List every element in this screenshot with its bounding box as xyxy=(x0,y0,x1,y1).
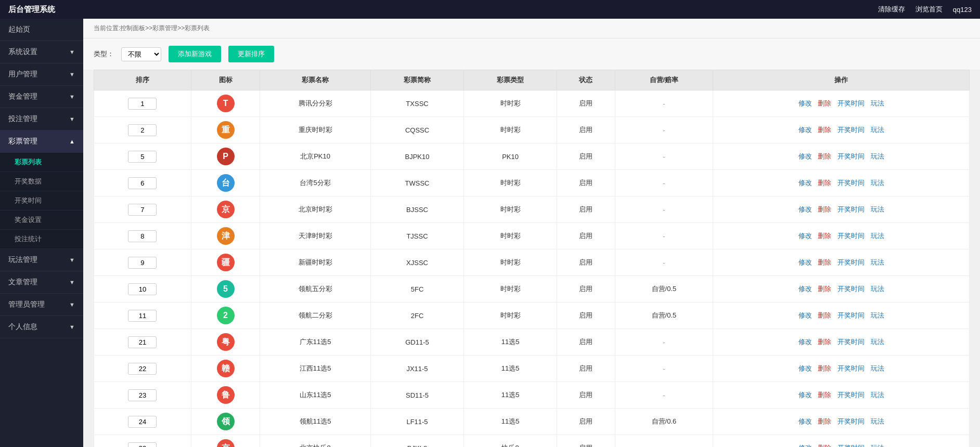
sidebar-item-lottery-stats[interactable]: 投注统计 xyxy=(0,230,83,249)
play-link[interactable]: 玩法 xyxy=(871,338,884,346)
open-time-link[interactable]: 开奖时间 xyxy=(837,311,865,319)
layout: 起始页 系统设置 ▼ 用户管理 ▼ 资金管理 ▼ 投注管理 ▼ 彩票管理 ▲ 彩… xyxy=(0,19,980,447)
delete-link[interactable]: 删除 xyxy=(818,179,831,187)
order-input[interactable] xyxy=(128,230,157,242)
delete-link[interactable]: 删除 xyxy=(818,417,831,425)
sidebar-item-lottery[interactable]: 彩票管理 ▲ xyxy=(0,130,83,153)
edit-link[interactable]: 修改 xyxy=(798,285,812,293)
order-input[interactable] xyxy=(128,98,157,110)
sidebar-item-lottery-list[interactable]: 彩票列表 xyxy=(0,153,83,172)
browse-home-btn[interactable]: 浏览首页 xyxy=(915,5,943,14)
edit-link[interactable]: 修改 xyxy=(798,205,812,213)
order-input[interactable] xyxy=(128,336,157,348)
play-link[interactable]: 玩法 xyxy=(871,126,884,134)
play-link[interactable]: 玩法 xyxy=(871,285,884,293)
sidebar-item-system[interactable]: 系统设置 ▼ xyxy=(0,41,83,63)
table-row: T 腾讯分分彩 TXSSC 时时彩 启用 - 修改 删除 开奖时间 玩法 xyxy=(94,90,970,117)
delete-link[interactable]: 删除 xyxy=(818,311,831,319)
delete-link[interactable]: 删除 xyxy=(818,232,831,240)
update-sort-button[interactable]: 更新排序 xyxy=(228,46,274,62)
play-link[interactable]: 玩法 xyxy=(871,444,884,447)
filter-type-select[interactable]: 不限 时时彩 11选5 快乐8 PK10 xyxy=(121,47,161,61)
sidebar-item-lottery-data[interactable]: 开奖数据 xyxy=(0,172,83,191)
order-input[interactable] xyxy=(128,204,157,216)
play-link[interactable]: 玩法 xyxy=(871,179,884,187)
order-input[interactable] xyxy=(128,310,157,322)
open-time-link[interactable]: 开奖时间 xyxy=(837,391,865,399)
open-time-link[interactable]: 开奖时间 xyxy=(837,205,865,213)
edit-link[interactable]: 修改 xyxy=(798,417,812,425)
play-link[interactable]: 玩法 xyxy=(871,417,884,425)
order-input[interactable] xyxy=(128,389,157,401)
edit-link[interactable]: 修改 xyxy=(798,311,812,319)
open-time-link[interactable]: 开奖时间 xyxy=(837,444,865,447)
delete-link[interactable]: 删除 xyxy=(818,205,831,213)
order-input[interactable] xyxy=(128,442,157,448)
sidebar-item-start[interactable]: 起始页 xyxy=(0,19,83,41)
open-time-link[interactable]: 开奖时间 xyxy=(837,417,865,425)
delete-link[interactable]: 删除 xyxy=(818,444,831,447)
play-link[interactable]: 玩法 xyxy=(871,311,884,319)
open-time-link[interactable]: 开奖时间 xyxy=(837,338,865,346)
sidebar-item-bet[interactable]: 投注管理 ▼ xyxy=(0,108,83,130)
play-link[interactable]: 玩法 xyxy=(871,205,884,213)
order-input[interactable] xyxy=(128,257,157,269)
edit-link[interactable]: 修改 xyxy=(798,338,812,346)
add-game-button[interactable]: 添加新游戏 xyxy=(169,46,221,62)
play-link[interactable]: 玩法 xyxy=(871,99,884,107)
edit-link[interactable]: 修改 xyxy=(798,99,812,107)
edit-link[interactable]: 修改 xyxy=(798,364,812,372)
play-link[interactable]: 玩法 xyxy=(871,391,884,399)
cell-type: 快乐8 xyxy=(464,435,557,448)
sidebar-item-user[interactable]: 用户管理 ▼ xyxy=(0,63,83,86)
cell-order xyxy=(94,117,191,143)
order-input[interactable] xyxy=(128,177,157,189)
open-time-link[interactable]: 开奖时间 xyxy=(837,364,865,372)
delete-link[interactable]: 删除 xyxy=(818,258,831,266)
cell-status: 启用 xyxy=(557,117,615,143)
play-link[interactable]: 玩法 xyxy=(871,258,884,266)
delete-link[interactable]: 删除 xyxy=(818,152,831,160)
cell-icon: 疆 xyxy=(191,249,260,276)
sidebar-item-profile[interactable]: 个人信息 ▼ xyxy=(0,316,83,338)
order-input[interactable] xyxy=(128,283,157,295)
sidebar-item-article[interactable]: 文章管理 ▼ xyxy=(0,271,83,294)
cell-actions: 修改 删除 开奖时间 玩法 xyxy=(713,249,970,276)
play-link[interactable]: 玩法 xyxy=(871,152,884,160)
open-time-link[interactable]: 开奖时间 xyxy=(837,99,865,107)
clear-cache-btn[interactable]: 清除缓存 xyxy=(878,5,905,14)
open-time-link[interactable]: 开奖时间 xyxy=(837,285,865,293)
sidebar-item-fund[interactable]: 资金管理 ▼ xyxy=(0,86,83,108)
delete-link[interactable]: 删除 xyxy=(818,99,831,107)
lottery-icon: 领 xyxy=(217,413,235,430)
order-input[interactable] xyxy=(128,124,157,136)
open-time-link[interactable]: 开奖时间 xyxy=(837,232,865,240)
edit-link[interactable]: 修改 xyxy=(798,232,812,240)
play-link[interactable]: 玩法 xyxy=(871,232,884,240)
edit-link[interactable]: 修改 xyxy=(798,258,812,266)
sidebar-item-admin[interactable]: 管理员管理 ▼ xyxy=(0,294,83,316)
cell-name: 北京时时彩 xyxy=(260,196,371,223)
order-input[interactable] xyxy=(128,416,157,428)
delete-link[interactable]: 删除 xyxy=(818,391,831,399)
order-input[interactable] xyxy=(128,151,157,163)
order-input[interactable] xyxy=(128,363,157,375)
edit-link[interactable]: 修改 xyxy=(798,126,812,134)
open-time-link[interactable]: 开奖时间 xyxy=(837,179,865,187)
sidebar-item-lottery-time[interactable]: 开奖时间 xyxy=(0,191,83,211)
delete-link[interactable]: 删除 xyxy=(818,126,831,134)
open-time-link[interactable]: 开奖时间 xyxy=(837,152,865,160)
sidebar-item-lottery-prize[interactable]: 奖金设置 xyxy=(0,211,83,230)
sidebar-item-gameplay[interactable]: 玩法管理 ▼ xyxy=(0,249,83,271)
play-link[interactable]: 玩法 xyxy=(871,364,884,372)
open-time-link[interactable]: 开奖时间 xyxy=(837,126,865,134)
delete-link[interactable]: 删除 xyxy=(818,338,831,346)
edit-link[interactable]: 修改 xyxy=(798,179,812,187)
edit-link[interactable]: 修改 xyxy=(798,152,812,160)
delete-link[interactable]: 删除 xyxy=(818,364,831,372)
open-time-link[interactable]: 开奖时间 xyxy=(837,258,865,266)
delete-link[interactable]: 删除 xyxy=(818,285,831,293)
edit-link[interactable]: 修改 xyxy=(798,391,812,399)
cell-type: 时时彩 xyxy=(464,303,557,329)
edit-link[interactable]: 修改 xyxy=(798,444,812,447)
